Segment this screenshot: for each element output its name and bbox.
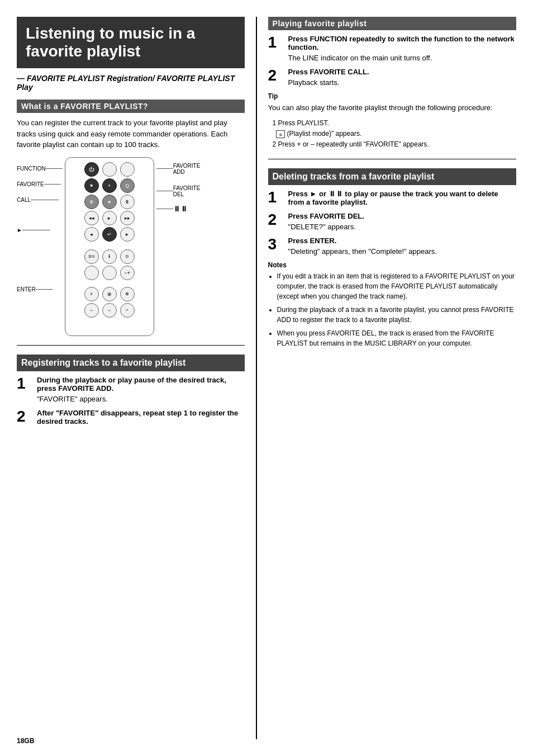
remote-area: FUNCTION FAVORITE CALL ► ENTER: [17, 157, 245, 336]
btn-plus-c: ⊕: [120, 287, 135, 301]
label-pause-symbol: ⏸⏸: [156, 202, 201, 216]
what-is-body: You can register the current track to yo…: [17, 117, 245, 150]
main-title-box: Listening to music in a favorite playlis…: [17, 17, 245, 68]
divider-1: [17, 345, 245, 346]
label-enter: ENTER: [17, 282, 63, 297]
btn-r1: [84, 266, 99, 280]
deleting-step-2: 2 Press FAVORITE DEL. "DELETE?" appears.: [268, 212, 516, 231]
btn-favorite-call: ♥: [84, 178, 99, 193]
registering-header: Registering tracks to a favorite playlis…: [17, 355, 245, 371]
remote-row-7: −+: [69, 266, 150, 280]
playing-step-2-detail: Playback starts.: [288, 78, 516, 87]
left-column: Listening to music in a favorite playlis…: [17, 17, 256, 739]
remote-row-9: − − −: [69, 303, 150, 318]
register-step-1-bold: During the playback or play pause of the…: [37, 376, 226, 393]
remote-row-3: ⊕ ● ⏸: [69, 195, 150, 209]
notes-box: Notes If you edit a track in an item tha…: [268, 261, 516, 348]
label-function: FUNCTION: [17, 162, 63, 176]
btn-favorite-del: Q: [120, 178, 135, 193]
remote-row-5: ◂ ↵ ▸: [69, 227, 150, 242]
remote-row-1: ⏻: [69, 162, 150, 177]
remote-labels-right: FAVORITEADD FAVORITEDEL ⏸⏸: [156, 157, 201, 336]
tip-box: Tip You can also play the favorite playl…: [268, 92, 516, 150]
playing-step-2-bold: Press FAVORITE CALL.: [288, 68, 369, 76]
remote-labels-left: FUNCTION FAVORITE CALL ► ENTER: [17, 157, 63, 336]
deleting-step-1-bold: Press ► or ⏸⏸ to play or pause the track…: [288, 190, 498, 206]
playing-step-1-detail: The LINE indicator on the main unit turn…: [288, 54, 516, 62]
label-fav-add: FAVORITEADD: [156, 162, 201, 176]
notes-label: Notes: [268, 261, 516, 269]
register-step-1: 1 During the playback or play pause of t…: [17, 376, 245, 403]
tip-step2: 2 Press + or – repeatedly until "FAVORIT…: [273, 139, 516, 150]
subtitle: — FAVORITE PLAYLIST Registration/ FAVORI…: [17, 74, 245, 92]
deleting-step-3: 3 Press ENTER. "Deleting" appears, then …: [268, 237, 516, 256]
tip-label: Tip: [268, 92, 516, 100]
btn-minus-a: −: [84, 303, 99, 318]
page-number: 18GB: [17, 737, 34, 745]
label-play: ►: [17, 223, 63, 238]
btn-minus-c: −: [120, 303, 135, 318]
btn-r2: [102, 266, 117, 280]
right-column: Playing favorite playlist 1 Press FUNCTI…: [256, 17, 516, 739]
remote-row-4: ◂◂ ▸ ▸▸: [69, 211, 150, 225]
btn-minus-b: −: [102, 303, 117, 318]
remote-control: ⏻ ♥ + Q ⊕ ● ⏸ ◂◂: [65, 157, 154, 336]
remote-row-6: ☰① ℹ ⊙: [69, 249, 150, 264]
btn-mode: ⊙: [120, 249, 135, 264]
btn-menu: ☰①: [84, 249, 99, 264]
btn-play: ▸: [102, 211, 117, 225]
divider-2: [268, 159, 516, 159]
deleting-step-3-detail: "Deleting" appears, then "Complete!" app…: [288, 247, 516, 256]
remote-row-2: ♥ + Q: [69, 178, 150, 193]
register-step-1-detail: "FAVORITE" appears.: [37, 395, 245, 403]
label-favorite: FAVORITE: [17, 177, 63, 192]
btn-prev: ◂◂: [84, 211, 99, 225]
btn-empty-1: [102, 162, 117, 177]
playing-step-1: 1 Press FUNCTION repeatedly to switch th…: [268, 35, 516, 62]
deleting-header: Deleting tracks from a favorite playlist: [268, 168, 516, 185]
playing-step-1-bold: Press FUNCTION repeatedly to switch the …: [288, 35, 515, 51]
notes-list: If you edit a track in an item that is r…: [268, 271, 516, 348]
btn-plus-a: +: [84, 287, 99, 301]
playing-step-2: 2 Press FAVORITE CALL. Playback starts.: [268, 68, 516, 87]
main-title: Listening to music in a favorite playlis…: [26, 25, 236, 60]
register-step-2: 2 After "FAVORITE" disappears, repeat st…: [17, 409, 245, 426]
btn-next: ▸▸: [120, 211, 135, 225]
note-3: When you press FAVORITE DEL, the track i…: [277, 328, 516, 348]
btn-ok: ●: [102, 195, 117, 209]
btn-pause: ⏸: [120, 195, 135, 209]
btn-enter: ↵: [102, 227, 117, 242]
btn-plus-b: ⊕: [102, 287, 117, 301]
playlist-icon: ≡: [276, 130, 285, 138]
tip-intro: You can also play the favorite playlist …: [268, 102, 516, 114]
playing-header: Playing favorite playlist: [268, 17, 516, 30]
btn-empty-2: [120, 162, 135, 177]
btn-nav: ⊕: [84, 195, 99, 209]
btn-info: ℹ: [102, 249, 117, 264]
deleting-step-2-detail: "DELETE?" appears.: [288, 223, 516, 231]
tip-step1: 1 Press PLAYLIST.: [273, 118, 516, 129]
deleting-step-2-bold: Press FAVORITE DEL.: [288, 212, 364, 220]
deleting-step-1: 1 Press ► or ⏸⏸ to play or pause the tra…: [268, 190, 516, 206]
register-step-2-bold: After "FAVORITE" disappears, repeat step…: [37, 409, 238, 426]
remote-row-8: + ⊕ ⊕: [69, 287, 150, 301]
btn-minus-plus: −+: [120, 266, 135, 280]
btn-back: ◂: [84, 227, 99, 242]
btn-function: ⏻: [84, 162, 99, 177]
tip-step1b: ≡ (Playlist mode)" appears.: [273, 129, 516, 139]
btn-fwd: ▸: [120, 227, 135, 242]
btn-favorite-add: +: [102, 178, 117, 193]
label-fav-del: FAVORITEDEL: [156, 184, 201, 199]
tip-steps: 1 Press PLAYLIST. ≡ (Playlist mode)" app…: [273, 118, 516, 150]
what-is-header: What is a FAVORITE PLAYLIST?: [17, 100, 245, 113]
deleting-step-3-bold: Press ENTER.: [288, 237, 337, 245]
note-1: If you edit a track in an item that is r…: [277, 271, 516, 301]
note-2: During the playback of a track in a favo…: [277, 305, 516, 325]
label-call: CALL: [17, 193, 63, 207]
